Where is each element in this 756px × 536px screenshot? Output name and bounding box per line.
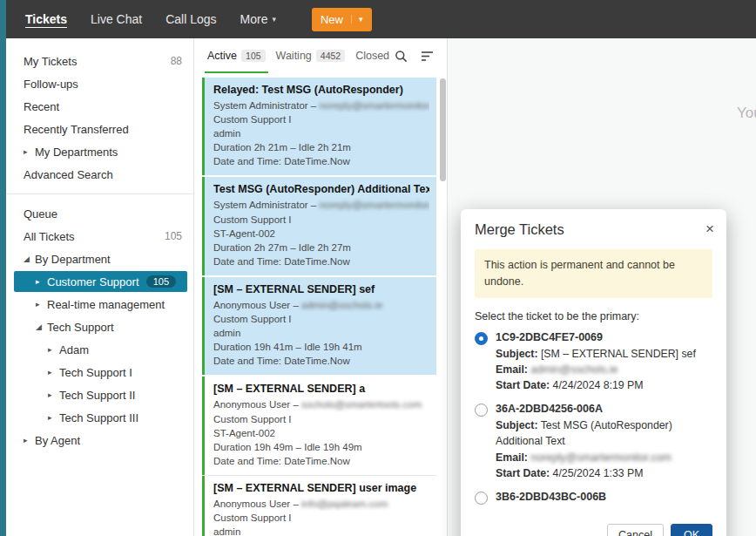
modal-header: Merge Tickets × bbox=[461, 209, 726, 245]
ticket-title: [SM – EXTERNAL SENDER] a bbox=[213, 383, 429, 395]
ticket-list-item[interactable]: [SM – EXTERNAL SENDER] user image Anonym… bbox=[202, 476, 436, 536]
merge-option[interactable]: 3B6-2DBD43BC-006B bbox=[475, 491, 712, 505]
redacted-email: noreply@smartermonitor.com bbox=[319, 100, 429, 111]
ticket-department: Custom Support I bbox=[213, 511, 429, 525]
nav-live-chat[interactable]: Live Chat bbox=[91, 12, 142, 26]
sidebar-item-tech-support-3[interactable]: ▸ Tech Support III bbox=[6, 406, 193, 429]
ticket-department: Custom Support I bbox=[213, 412, 429, 426]
sidebar-item-customer-support[interactable]: ▸ Customer Support 105 bbox=[14, 271, 187, 292]
ticket-id: 3B6-2DBD43BC-006B bbox=[496, 491, 606, 503]
ticket-list-item[interactable]: Test MSG (AutoResponder) Additional Text… bbox=[202, 177, 436, 276]
ticket-list-item[interactable]: [SM – EXTERNAL SENDER] sef Anonymous Use… bbox=[202, 277, 436, 377]
ticket-datetime: Date and Time: DateTime.Now bbox=[213, 254, 429, 268]
new-button[interactable]: New ▾ bbox=[312, 8, 372, 31]
radio-button[interactable] bbox=[475, 492, 488, 505]
tab-closed[interactable]: Closed bbox=[350, 38, 395, 73]
app-root: Tickets Live Chat Call Logs More ▾ New ▾… bbox=[0, 0, 756, 536]
sidebar-item-advanced-search[interactable]: Advanced Search bbox=[6, 163, 193, 186]
ticket-id: 36A-2DBD4256-006A bbox=[496, 403, 712, 415]
ticket-datetime: Date and Time: DateTime.Now bbox=[213, 454, 429, 468]
nav-tickets[interactable]: Tickets bbox=[25, 12, 67, 26]
radio-button[interactable] bbox=[475, 404, 488, 417]
collapsed-arrow-icon: ▸ bbox=[36, 277, 47, 286]
merge-tickets-modal: Merge Tickets × This action is permanent… bbox=[461, 209, 726, 536]
option-subject: Subject: [SM – EXTERNAL SENDER] sef bbox=[496, 346, 696, 362]
redacted-email: info@pqaleam.com bbox=[301, 499, 388, 509]
chevron-down-icon: ▾ bbox=[272, 15, 276, 24]
nav-more[interactable]: More ▾ bbox=[240, 12, 276, 26]
ticket-list-item[interactable]: [SM – EXTERNAL SENDER] a Anonymous User … bbox=[202, 377, 436, 475]
count-badge: 105 bbox=[165, 230, 182, 242]
sidebar-item-follow-ups[interactable]: Follow-ups bbox=[6, 72, 193, 95]
ticket-department: Custom Support I bbox=[213, 112, 429, 126]
ticket-agent: ST-Agent-002 bbox=[213, 426, 429, 440]
collapsed-arrow-icon: ▸ bbox=[24, 436, 35, 444]
sidebar-item-by-agent[interactable]: ▸ By Agent bbox=[6, 429, 193, 451]
ticket-title: [SM – EXTERNAL SENDER] sef bbox=[213, 283, 429, 295]
nav-call-logs[interactable]: Call Logs bbox=[165, 12, 216, 26]
sidebar-item-tech-support-2[interactable]: ▸ Tech Support II bbox=[6, 383, 193, 406]
search-icon[interactable] bbox=[395, 50, 408, 63]
option-start-date: Start Date: 4/25/2024 1:33 PM bbox=[496, 465, 712, 481]
sidebar-item-tech-support[interactable]: ◢ Tech Support bbox=[6, 315, 193, 338]
ticket-duration: Duration 2h 21m – Idle 2h 21m bbox=[213, 140, 429, 154]
sidebar-item-adam[interactable]: ▸ Adam bbox=[6, 338, 193, 361]
expanded-arrow-icon: ◢ bbox=[24, 254, 35, 263]
new-button-label: New bbox=[321, 13, 343, 26]
radio-button-selected[interactable] bbox=[475, 332, 488, 345]
sidebar-item-by-department[interactable]: ◢ By Department bbox=[6, 248, 193, 270]
list-scrollbar[interactable] bbox=[440, 78, 446, 181]
ticket-department: Custom Support I bbox=[213, 312, 429, 326]
modal-title: Merge Tickets bbox=[475, 221, 564, 238]
ticket-agent: ST-Agent-002 bbox=[213, 227, 429, 241]
ticket-list-item[interactable]: Relayed: Test MSG (AutoResponder) System… bbox=[202, 78, 436, 177]
ticket-sender: System Administrator – noreply@smartermo… bbox=[213, 98, 429, 112]
tab-waiting[interactable]: Waiting 4452 bbox=[271, 38, 351, 73]
ok-button[interactable]: OK bbox=[671, 524, 712, 536]
ticket-duration: Duration 19h 41m – Idle 19h 41m bbox=[213, 340, 429, 354]
ticket-list-panel: Active 105 Waiting 4452 Closed ⋮ bbox=[195, 38, 447, 536]
collapsed-arrow-icon: ▸ bbox=[48, 345, 59, 354]
top-navigation: Tickets Live Chat Call Logs More ▾ New ▾ bbox=[6, 0, 756, 38]
cancel-button[interactable]: Cancel bbox=[607, 524, 664, 536]
ticket-duration: Duration 19h 49m – Idle 19h 49m bbox=[213, 440, 429, 454]
redacted-email: noreply@smartermonitor.com bbox=[530, 451, 671, 464]
close-icon[interactable]: × bbox=[705, 221, 714, 236]
sidebar-item-my-tickets[interactable]: My Tickets 88 bbox=[6, 50, 193, 72]
redacted-email: admin@sschols.ie bbox=[530, 363, 618, 376]
ticket-datetime: Date and Time: DateTime.Now bbox=[213, 354, 429, 368]
count-badge: 105 bbox=[241, 50, 266, 62]
option-subject: Subject: Test MSG (AutoResponder) Additi… bbox=[496, 417, 712, 450]
ticket-sender: Anonymous User – info@pqaleam.com bbox=[213, 497, 429, 511]
merge-option[interactable]: 36A-2DBD4256-006A Subject: Test MSG (Aut… bbox=[475, 403, 712, 482]
sort-icon[interactable] bbox=[421, 51, 434, 62]
collapsed-arrow-icon: ▸ bbox=[24, 147, 35, 156]
count-badge: 4452 bbox=[316, 50, 345, 62]
sidebar-item-my-departments[interactable]: ▸ My Departments bbox=[6, 140, 193, 163]
modal-prompt: Select the ticket to be the primary: bbox=[475, 310, 712, 322]
ticket-agent: admin bbox=[213, 525, 429, 536]
warning-message: This action is permanent and cannot be u… bbox=[475, 249, 712, 298]
sidebar-section-queue: Queue bbox=[6, 202, 193, 225]
option-email: Email: admin@sschols.ie bbox=[496, 362, 696, 377]
collapsed-arrow-icon: ▸ bbox=[48, 390, 59, 399]
expanded-arrow-icon: ◢ bbox=[36, 322, 47, 331]
list-tabs: Active 105 Waiting 4452 Closed ⋮ bbox=[195, 38, 447, 73]
content-placeholder-text: You bbox=[737, 105, 756, 122]
ticket-datetime: Date and Time: DateTime.Now bbox=[213, 154, 429, 168]
sidebar-divider bbox=[6, 193, 193, 194]
left-edge-strip bbox=[0, 0, 6, 536]
ticket-department: Custom Support I bbox=[213, 213, 429, 227]
merge-option[interactable]: 1C9-2DBC4FE7-0069 Subject: [SM – EXTERNA… bbox=[475, 331, 712, 394]
sidebar-item-recently-transferred[interactable]: Recently Transferred bbox=[6, 118, 193, 140]
count-badge: 105 bbox=[146, 275, 176, 288]
sidebar-item-recent[interactable]: Recent bbox=[6, 95, 193, 118]
redacted-email: admin@sschols.ie bbox=[301, 300, 383, 310]
sidebar: My Tickets 88 Follow-ups Recent Recently… bbox=[6, 38, 194, 536]
tab-active[interactable]: Active 105 bbox=[202, 38, 271, 73]
sidebar-item-all-tickets[interactable]: All Tickets 105 bbox=[6, 225, 193, 248]
sidebar-item-tech-support-1[interactable]: ▸ Tech Support I bbox=[6, 361, 193, 383]
sidebar-item-realtime-management[interactable]: ▸ Real-time management bbox=[6, 293, 193, 315]
ticket-title: Relayed: Test MSG (AutoResponder) bbox=[213, 84, 429, 96]
ticket-duration: Duration 2h 27m – Idle 2h 27m bbox=[213, 241, 429, 254]
